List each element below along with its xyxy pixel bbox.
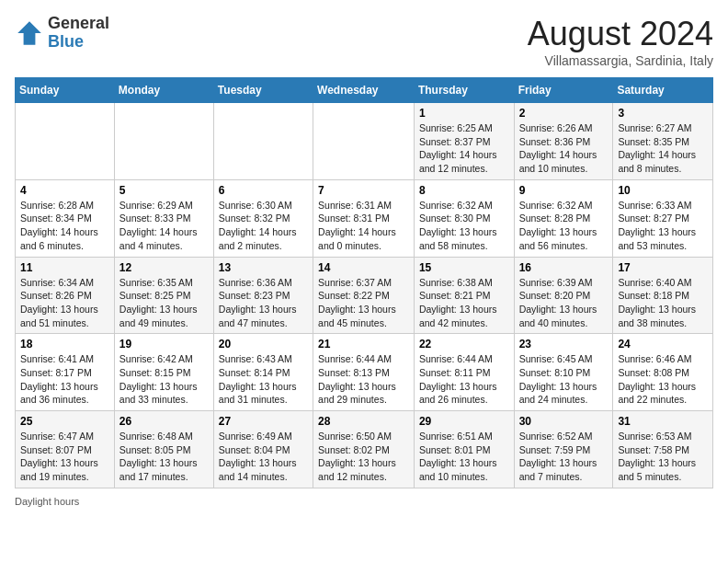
day-info: Sunrise: 6:32 AM Sunset: 8:28 PM Dayligh… — [519, 199, 609, 253]
day-number: 25 — [20, 415, 109, 428]
day-cell-18: 18Sunrise: 6:41 AM Sunset: 8:17 PM Dayli… — [16, 334, 115, 411]
day-info: Sunrise: 6:51 AM Sunset: 8:01 PM Dayligh… — [419, 430, 509, 484]
day-info: Sunrise: 6:35 AM Sunset: 8:25 PM Dayligh… — [119, 276, 209, 330]
day-cell-27: 27Sunrise: 6:49 AM Sunset: 8:04 PM Dayli… — [213, 411, 313, 488]
svg-marker-0 — [17, 21, 41, 45]
day-number: 10 — [618, 184, 708, 197]
day-number: 6 — [219, 184, 308, 197]
day-info: Sunrise: 6:31 AM Sunset: 8:31 PM Dayligh… — [318, 199, 409, 253]
day-cell-28: 28Sunrise: 6:50 AM Sunset: 8:02 PM Dayli… — [313, 411, 415, 488]
day-number: 21 — [318, 338, 409, 350]
day-cell-23: 23Sunrise: 6:45 AM Sunset: 8:10 PM Dayli… — [514, 334, 613, 411]
day-number: 24 — [618, 338, 708, 350]
day-info: Sunrise: 6:36 AM Sunset: 8:23 PM Dayligh… — [219, 276, 308, 330]
day-cell-14: 14Sunrise: 6:37 AM Sunset: 8:22 PM Dayli… — [313, 257, 415, 334]
logo-general-text: General — [48, 14, 109, 32]
day-cell-1: 1Sunrise: 6:25 AM Sunset: 8:37 PM Daylig… — [414, 103, 514, 180]
day-cell-6: 6Sunrise: 6:30 AM Sunset: 8:32 PM Daylig… — [213, 179, 313, 257]
day-number: 2 — [519, 107, 609, 120]
day-info: Sunrise: 6:37 AM Sunset: 8:22 PM Dayligh… — [318, 276, 409, 330]
footer: Daylight hours — [15, 496, 713, 507]
day-info: Sunrise: 6:52 AM Sunset: 7:59 PM Dayligh… — [519, 430, 609, 484]
day-info: Sunrise: 6:44 AM Sunset: 8:13 PM Dayligh… — [318, 352, 409, 407]
day-number: 3 — [618, 107, 708, 120]
day-number: 14 — [318, 261, 409, 274]
day-cell-empty — [114, 103, 213, 180]
logo-icon — [15, 18, 44, 48]
day-number: 5 — [119, 184, 209, 197]
day-cell-10: 10Sunrise: 6:33 AM Sunset: 8:27 PM Dayli… — [613, 179, 713, 257]
day-number: 31 — [618, 415, 708, 428]
day-cell-29: 29Sunrise: 6:51 AM Sunset: 8:01 PM Dayli… — [414, 411, 514, 488]
day-info: Sunrise: 6:33 AM Sunset: 8:27 PM Dayligh… — [618, 199, 708, 253]
day-cell-empty — [16, 103, 115, 180]
day-number: 16 — [519, 261, 609, 274]
day-cell-30: 30Sunrise: 6:52 AM Sunset: 7:59 PM Dayli… — [514, 411, 613, 488]
day-cell-26: 26Sunrise: 6:48 AM Sunset: 8:05 PM Dayli… — [114, 411, 213, 488]
day-info: Sunrise: 6:40 AM Sunset: 8:18 PM Dayligh… — [618, 276, 708, 330]
day-number: 1 — [419, 107, 509, 120]
day-cell-21: 21Sunrise: 6:44 AM Sunset: 8:13 PM Dayli… — [313, 334, 415, 411]
day-info: Sunrise: 6:43 AM Sunset: 8:14 PM Dayligh… — [219, 352, 308, 407]
day-info: Sunrise: 6:38 AM Sunset: 8:21 PM Dayligh… — [419, 276, 509, 330]
day-cell-13: 13Sunrise: 6:36 AM Sunset: 8:23 PM Dayli… — [213, 257, 313, 334]
page-header: General Blue August 2024 Villamassargia,… — [15, 15, 713, 68]
day-info: Sunrise: 6:49 AM Sunset: 8:04 PM Dayligh… — [219, 430, 308, 484]
day-number: 26 — [119, 415, 209, 428]
day-cell-25: 25Sunrise: 6:47 AM Sunset: 8:07 PM Dayli… — [16, 411, 115, 488]
day-cell-31: 31Sunrise: 6:53 AM Sunset: 7:58 PM Dayli… — [613, 411, 713, 488]
day-info: Sunrise: 6:25 AM Sunset: 8:37 PM Dayligh… — [419, 121, 509, 176]
day-number: 22 — [419, 338, 509, 350]
day-number: 11 — [20, 261, 109, 274]
logo: General Blue — [15, 15, 109, 52]
column-header-friday: Friday — [514, 78, 613, 103]
day-cell-7: 7Sunrise: 6:31 AM Sunset: 8:31 PM Daylig… — [313, 179, 415, 257]
day-cell-9: 9Sunrise: 6:32 AM Sunset: 8:28 PM Daylig… — [514, 179, 613, 257]
day-cell-17: 17Sunrise: 6:40 AM Sunset: 8:18 PM Dayli… — [613, 257, 713, 334]
week-row-3: 11Sunrise: 6:34 AM Sunset: 8:26 PM Dayli… — [16, 257, 713, 334]
day-info: Sunrise: 6:44 AM Sunset: 8:11 PM Dayligh… — [419, 352, 509, 407]
day-number: 4 — [20, 184, 109, 197]
day-info: Sunrise: 6:29 AM Sunset: 8:33 PM Dayligh… — [119, 199, 209, 253]
logo-blue-text: Blue — [48, 32, 84, 51]
day-info: Sunrise: 6:42 AM Sunset: 8:15 PM Dayligh… — [119, 352, 209, 407]
title-block: August 2024 Villamassargia, Sardinia, It… — [528, 15, 713, 68]
main-title: August 2024 — [528, 15, 713, 53]
day-number: 12 — [119, 261, 209, 274]
header-row: SundayMondayTuesdayWednesdayThursdayFrid… — [16, 78, 713, 103]
day-number: 7 — [318, 184, 409, 197]
day-info: Sunrise: 6:50 AM Sunset: 8:02 PM Dayligh… — [318, 430, 409, 484]
day-cell-22: 22Sunrise: 6:44 AM Sunset: 8:11 PM Dayli… — [414, 334, 514, 411]
day-info: Sunrise: 6:26 AM Sunset: 8:36 PM Dayligh… — [519, 121, 609, 176]
week-row-2: 4Sunrise: 6:28 AM Sunset: 8:34 PM Daylig… — [16, 179, 713, 257]
day-number: 29 — [419, 415, 509, 428]
day-cell-3: 3Sunrise: 6:27 AM Sunset: 8:35 PM Daylig… — [613, 103, 713, 180]
calendar-table: SundayMondayTuesdayWednesdayThursdayFrid… — [15, 77, 713, 488]
day-number: 20 — [219, 338, 308, 350]
day-number: 18 — [20, 338, 109, 350]
day-number: 30 — [519, 415, 609, 428]
subtitle: Villamassargia, Sardinia, Italy — [528, 53, 713, 68]
day-number: 23 — [519, 338, 609, 350]
day-info: Sunrise: 6:41 AM Sunset: 8:17 PM Dayligh… — [20, 352, 109, 407]
column-header-wednesday: Wednesday — [313, 78, 415, 103]
day-info: Sunrise: 6:27 AM Sunset: 8:35 PM Dayligh… — [618, 121, 708, 176]
day-number: 15 — [419, 261, 509, 274]
day-cell-empty — [313, 103, 415, 180]
day-cell-16: 16Sunrise: 6:39 AM Sunset: 8:20 PM Dayli… — [514, 257, 613, 334]
day-info: Sunrise: 6:48 AM Sunset: 8:05 PM Dayligh… — [119, 430, 209, 484]
day-cell-24: 24Sunrise: 6:46 AM Sunset: 8:08 PM Dayli… — [613, 334, 713, 411]
day-info: Sunrise: 6:28 AM Sunset: 8:34 PM Dayligh… — [20, 199, 109, 253]
week-row-1: 1Sunrise: 6:25 AM Sunset: 8:37 PM Daylig… — [16, 103, 713, 180]
week-row-5: 25Sunrise: 6:47 AM Sunset: 8:07 PM Dayli… — [16, 411, 713, 488]
column-header-thursday: Thursday — [414, 78, 514, 103]
day-info: Sunrise: 6:32 AM Sunset: 8:30 PM Dayligh… — [419, 199, 509, 253]
day-cell-5: 5Sunrise: 6:29 AM Sunset: 8:33 PM Daylig… — [114, 179, 213, 257]
day-info: Sunrise: 6:45 AM Sunset: 8:10 PM Dayligh… — [519, 352, 609, 407]
day-cell-15: 15Sunrise: 6:38 AM Sunset: 8:21 PM Dayli… — [414, 257, 514, 334]
day-cell-empty — [213, 103, 313, 180]
day-number: 17 — [618, 261, 708, 274]
day-info: Sunrise: 6:47 AM Sunset: 8:07 PM Dayligh… — [20, 430, 109, 484]
day-cell-12: 12Sunrise: 6:35 AM Sunset: 8:25 PM Dayli… — [114, 257, 213, 334]
day-cell-2: 2Sunrise: 6:26 AM Sunset: 8:36 PM Daylig… — [514, 103, 613, 180]
